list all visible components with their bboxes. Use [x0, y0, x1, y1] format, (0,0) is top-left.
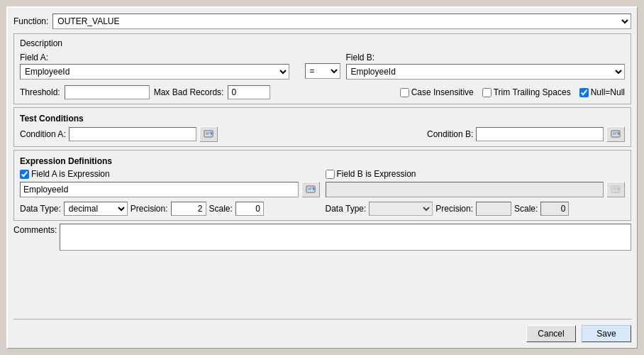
field-b-is-expr-label: Field B is Expression [337, 169, 416, 179]
expr-b-input-row [326, 182, 626, 197]
field-b-is-expr-checkbox[interactable] [326, 170, 335, 179]
condition-a-expr-button[interactable] [199, 126, 218, 142]
condition-b-group: Condition B: [427, 126, 625, 142]
datatype-b-select[interactable] [369, 202, 433, 216]
scale-b-label: Scale: [514, 204, 538, 214]
threshold-label: Threshold: [20, 87, 60, 97]
scale-a-label: Scale: [209, 204, 233, 214]
datatype-a-select[interactable]: decimal integer string [64, 202, 128, 216]
cancel-button[interactable]: Cancel [526, 325, 576, 342]
checkboxes-row: Case Insensitive Trim Trailing Spaces Nu… [400, 87, 625, 97]
function-label: Function: [13, 16, 48, 26]
field-b-is-expr-item: Field B is Expression [326, 169, 626, 179]
operator-select[interactable]: = [305, 63, 340, 79]
condition-a-group: Condition A: [20, 126, 218, 142]
datatype-a-row: Data Type: decimal integer string Precis… [20, 202, 320, 216]
condition-a-label: Condition A: [20, 129, 66, 139]
datatype-a-label: Data Type: [20, 204, 61, 214]
expr-a-input-row: EmployeeId [20, 182, 320, 197]
trim-trailing-spaces-checkbox[interactable] [482, 88, 492, 97]
scale-a-input[interactable]: 0 [235, 202, 264, 216]
test-conditions-row: Condition A: Condition B: [20, 126, 625, 142]
precision-b-input[interactable] [476, 202, 511, 216]
datatype-b-label: Data Type: [326, 204, 367, 214]
null-equals-null-item: Null=Null [579, 87, 625, 97]
field-a-is-expr-label: Field A is Expression [31, 169, 110, 179]
expr-right-column: Field B is Expression Data Type: [326, 169, 626, 216]
expr-a-input[interactable]: EmployeeId [20, 182, 299, 197]
condition-a-input[interactable] [69, 127, 196, 141]
bottom-divider [13, 319, 631, 320]
field-a-is-expr-checkbox[interactable] [20, 170, 29, 179]
comments-section: Comments: [13, 224, 631, 251]
description-section: Description Field A: EmployeeId = Field … [13, 33, 631, 104]
save-button[interactable]: Save [582, 325, 631, 342]
expr-b-input[interactable] [326, 182, 604, 197]
field-a-is-expr-item: Field A is Expression [20, 169, 320, 179]
null-equals-null-checkbox[interactable] [579, 88, 589, 97]
expr-left-column: Field A is Expression EmployeeId Dat [20, 169, 320, 216]
precision-b-label: Precision: [435, 204, 473, 214]
trim-trailing-spaces-item: Trim Trailing Spaces [482, 87, 571, 97]
datatype-b-row: Data Type: Precision: Scale: 0 [326, 202, 626, 216]
condition-b-label: Condition B: [427, 129, 473, 139]
expression-definitions-title: Expression Definitions [20, 156, 625, 166]
case-insensitive-label: Case Insensitive [411, 87, 474, 97]
expr-a-button[interactable] [301, 182, 320, 197]
comments-textarea[interactable] [60, 224, 631, 251]
precision-a-label: Precision: [131, 204, 168, 214]
comments-label: Comments: [13, 224, 57, 235]
expr-b-button[interactable] [606, 182, 625, 197]
trim-trailing-spaces-label: Trim Trailing Spaces [494, 87, 571, 97]
case-insensitive-checkbox[interactable] [400, 88, 409, 97]
condition-b-expr-button[interactable] [606, 126, 625, 142]
precision-a-input[interactable]: 2 [171, 202, 206, 216]
function-select[interactable]: OUTER_VALUE [52, 13, 631, 29]
expression-definitions-section: Expression Definitions Field A is Expres… [13, 150, 631, 221]
threshold-input[interactable] [65, 85, 150, 99]
null-equals-null-label: Null=Null [591, 87, 625, 97]
function-row: Function: OUTER_VALUE [13, 13, 631, 29]
description-title: Description [20, 38, 625, 48]
field-a-select[interactable]: EmployeeId [20, 64, 289, 80]
expr-columns: Field A is Expression EmployeeId Dat [20, 169, 625, 216]
max-bad-records-input[interactable]: 0 [228, 85, 270, 99]
button-row: Cancel Save [13, 322, 631, 342]
test-conditions-title: Test Conditions [20, 114, 625, 124]
field-b-select[interactable]: EmployeeId [346, 64, 626, 80]
case-insensitive-item: Case Insensitive [400, 87, 474, 97]
spacer-bottom [13, 253, 631, 316]
main-dialog: Function: OUTER_VALUE Description Field … [6, 6, 638, 349]
condition-b-input[interactable] [476, 127, 604, 141]
scale-b-input[interactable]: 0 [540, 202, 569, 216]
threshold-row: Threshold: Max Bad Records: 0 [20, 85, 270, 99]
field-b-label: Field B: [346, 53, 626, 62]
test-conditions-section: Test Conditions Condition A: Condition B… [13, 107, 631, 147]
field-a-label: Field A: [20, 53, 299, 62]
max-bad-records-label: Max Bad Records: [154, 87, 224, 97]
